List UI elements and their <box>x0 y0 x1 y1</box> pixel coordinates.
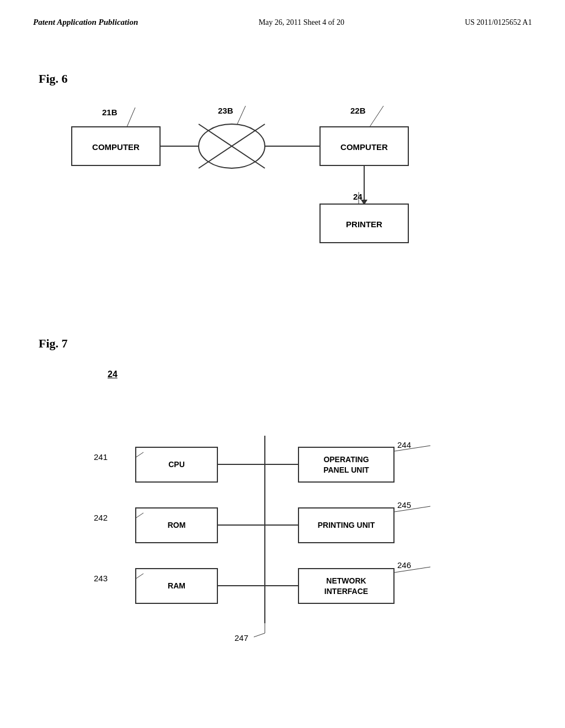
svg-line-13 <box>127 108 135 127</box>
fig6-diagram: COMPUTER COMPUTER PRINTER <box>33 72 530 303</box>
patent-number-label: US 2011/0125652 A1 <box>465 18 532 27</box>
svg-rect-0 <box>72 127 160 165</box>
svg-line-31 <box>254 633 265 637</box>
num-247: 247 <box>234 633 248 643</box>
fig6-label: Fig. 6 <box>39 72 68 86</box>
svg-rect-7 <box>320 127 408 165</box>
box-cpu: CPU <box>135 447 218 483</box>
num-244: 244 <box>397 440 411 449</box>
svg-line-4 <box>199 124 265 168</box>
label-22b: 22B <box>350 106 366 115</box>
num-245: 245 <box>397 500 411 510</box>
box-rom: ROM <box>135 507 218 543</box>
svg-point-3 <box>199 124 265 168</box>
date-sheet-label: May 26, 2011 Sheet 4 of 20 <box>259 18 344 27</box>
label-21b: 21B <box>102 108 118 117</box>
ram-label: RAM <box>135 568 218 604</box>
svg-rect-11 <box>320 204 408 243</box>
svg-text:COMPUTER: COMPUTER <box>92 142 140 152</box>
page-header: Patent Application Publication May 26, 2… <box>0 0 565 27</box>
box-ram: RAM <box>135 568 218 604</box>
fig7-diagram <box>33 386 530 695</box>
fig7-label: Fig. 7 <box>39 336 68 351</box>
box-netif: NETWORKINTERFACE <box>298 568 395 604</box>
num-246: 246 <box>397 560 411 570</box>
svg-line-5 <box>199 124 265 168</box>
num-241: 241 <box>94 452 108 462</box>
svg-text:PRINTER: PRINTER <box>346 220 382 229</box>
label-24-fig6: 24 <box>353 192 363 201</box>
box-print: PRINTING UNIT <box>298 507 395 543</box>
num-243: 243 <box>94 574 108 583</box>
print-label: PRINTING UNIT <box>298 507 395 543</box>
svg-text:COMPUTER: COMPUTER <box>340 142 388 152</box>
svg-line-14 <box>237 106 246 124</box>
box-opanel: OPERATINGPANEL UNIT <box>298 447 395 483</box>
rom-label: ROM <box>135 507 218 543</box>
publication-label: Patent Application Publication <box>33 18 138 27</box>
opanel-label: OPERATINGPANEL UNIT <box>298 447 395 483</box>
label-24-fig7: 24 <box>108 370 118 379</box>
cpu-label: CPU <box>135 447 218 483</box>
label-23b: 23B <box>218 106 233 115</box>
netif-label: NETWORKINTERFACE <box>298 568 395 604</box>
num-242: 242 <box>94 513 108 522</box>
svg-line-15 <box>370 106 383 127</box>
